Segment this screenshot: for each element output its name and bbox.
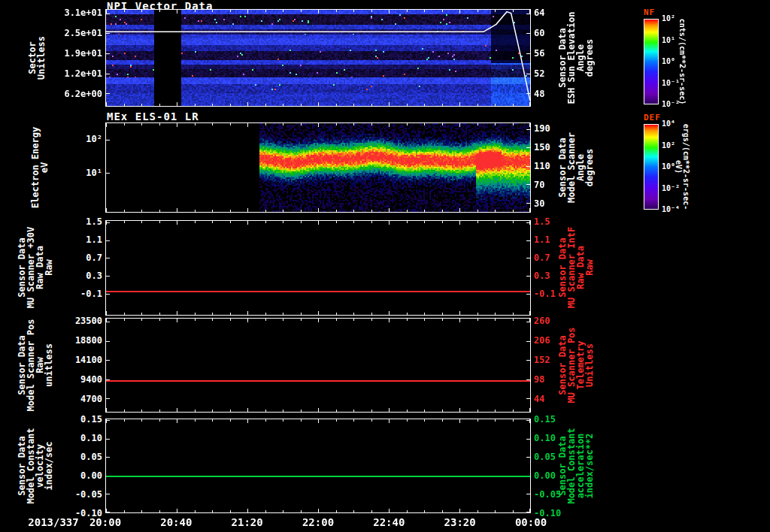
tick-mark bbox=[353, 123, 354, 125]
tick-mark bbox=[301, 221, 302, 223]
tick-mark bbox=[407, 221, 408, 223]
tick-mark bbox=[459, 221, 460, 225]
tick-mark bbox=[247, 221, 248, 225]
tick-mark bbox=[159, 10, 160, 12]
tick-mark bbox=[141, 410, 142, 412]
y-tick-right: 1.1 bbox=[534, 235, 550, 244]
tick-mark bbox=[389, 10, 390, 14]
tick-mark bbox=[336, 419, 337, 422]
tick-mark bbox=[195, 10, 196, 12]
tick-mark bbox=[247, 408, 248, 412]
tick-mark bbox=[371, 221, 372, 223]
tick-mark bbox=[283, 510, 283, 512]
tick-mark bbox=[495, 410, 496, 412]
x-tick-label: 20:40 bbox=[160, 518, 192, 527]
colorbar-tick-label: 10⁻⁴ bbox=[662, 205, 680, 214]
y-tick-right: 48 bbox=[534, 89, 544, 98]
tick-mark bbox=[318, 10, 319, 14]
y-tick-left: 3.1e+01 bbox=[64, 8, 102, 17]
tick-mark bbox=[301, 10, 302, 12]
tick-mark bbox=[283, 419, 283, 422]
colorbar-def-unit: ergs/(cm**2-sr-sec-eV) bbox=[675, 123, 690, 211]
tick-mark bbox=[159, 419, 160, 422]
tick-mark bbox=[318, 509, 319, 512]
data-line bbox=[106, 380, 530, 382]
tick-mark bbox=[265, 104, 266, 106]
tick-mark bbox=[301, 104, 302, 106]
y-tick-right: 0.00 bbox=[534, 471, 556, 480]
tick-mark bbox=[389, 102, 390, 106]
tick-mark bbox=[159, 410, 160, 412]
tick-mark bbox=[495, 510, 496, 512]
tick-mark bbox=[529, 311, 530, 315]
tick-mark bbox=[389, 319, 390, 322]
tick-mark bbox=[106, 322, 110, 322]
tick-mark bbox=[526, 360, 530, 361]
tick-mark bbox=[265, 210, 266, 212]
y-tick-right: 110 bbox=[534, 162, 550, 171]
tick-mark bbox=[318, 419, 319, 423]
tick-mark bbox=[141, 104, 142, 106]
tick-mark bbox=[318, 102, 319, 106]
tick-mark bbox=[513, 510, 514, 512]
y-tick-left: 4700 bbox=[80, 394, 102, 404]
tick-mark bbox=[318, 208, 319, 212]
tick-mark bbox=[371, 104, 372, 106]
y-tick-left: 0.05 bbox=[80, 452, 102, 461]
colorbar-tick-label: 10⁻¹ bbox=[662, 79, 680, 88]
tick-mark bbox=[459, 123, 460, 127]
y-tick-left: 0.00 bbox=[80, 471, 102, 480]
y-tick-right: 0.7 bbox=[534, 253, 550, 262]
y-tick-left: 2.5e+01 bbox=[64, 29, 102, 38]
tick-mark bbox=[389, 311, 390, 315]
tick-mark bbox=[247, 419, 248, 423]
tick-mark bbox=[230, 123, 231, 125]
tick-mark bbox=[106, 294, 110, 295]
y-axis-label-right-pos-telemetry: Sensor Data MU Scanner Pos Telemetry Uni… bbox=[558, 327, 594, 403]
tick-mark bbox=[336, 410, 337, 412]
y-tick-left: -0.1 bbox=[80, 289, 102, 298]
tick-mark bbox=[283, 104, 283, 106]
tick-mark bbox=[106, 420, 110, 421]
tick-mark bbox=[477, 410, 478, 412]
tick-mark bbox=[477, 319, 478, 321]
y-tick-left: 14100 bbox=[75, 355, 102, 364]
tick-mark bbox=[407, 123, 408, 125]
tick-mark bbox=[477, 419, 478, 422]
y-tick-left: 0.7 bbox=[86, 253, 102, 262]
tick-mark bbox=[513, 221, 514, 223]
tick-mark bbox=[495, 419, 496, 422]
tick-mark bbox=[371, 10, 372, 12]
tick-mark bbox=[424, 221, 425, 223]
tick-mark bbox=[513, 410, 514, 412]
y-tick-left: 23500 bbox=[75, 316, 102, 325]
tick-mark bbox=[526, 240, 530, 241]
tick-mark bbox=[230, 221, 231, 223]
tick-mark bbox=[141, 210, 142, 212]
tick-mark bbox=[265, 510, 266, 512]
x-tick-label: 21:20 bbox=[232, 518, 263, 527]
colorbar-def-title: DEF bbox=[644, 113, 661, 122]
tick-mark bbox=[265, 410, 266, 412]
tick-mark bbox=[141, 123, 142, 125]
tick-mark bbox=[526, 14, 530, 14]
tick-mark bbox=[495, 210, 496, 212]
y-axis-label-left-velocity: Sensor Data Model Constant velocity inde… bbox=[17, 428, 53, 503]
tick-mark bbox=[177, 221, 177, 225]
tick-mark bbox=[159, 210, 160, 212]
y-tick-left: 9400 bbox=[80, 375, 102, 384]
tick-mark bbox=[513, 319, 514, 321]
tick-mark bbox=[195, 221, 196, 223]
y-axis-label-left-scanner-pos: Sensor Data Model Scanner Pos Raw unitle… bbox=[17, 319, 53, 412]
panel-els-spectrogram bbox=[105, 122, 531, 213]
tick-mark bbox=[424, 419, 425, 422]
tick-mark bbox=[283, 221, 283, 223]
tick-mark bbox=[124, 10, 125, 12]
tick-mark bbox=[265, 313, 266, 315]
y-tick-left: 1.5 bbox=[86, 217, 102, 226]
y-tick-right: 0.15 bbox=[534, 415, 556, 424]
y-tick-left: 10² bbox=[86, 135, 102, 144]
tick-mark bbox=[389, 509, 390, 512]
tick-mark bbox=[389, 419, 390, 423]
y-tick-right: 60 bbox=[534, 29, 544, 38]
